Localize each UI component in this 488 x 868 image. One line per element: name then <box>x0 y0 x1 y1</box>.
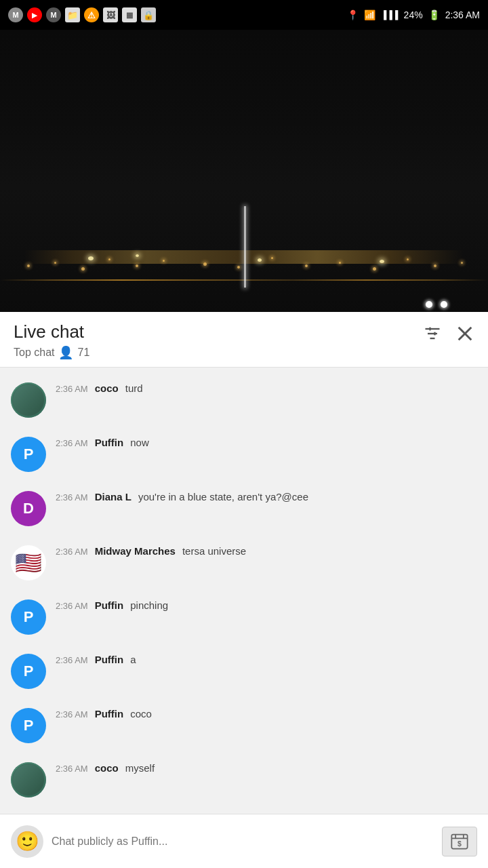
status-icon-m1: M <box>8 7 23 22</box>
avatar: 🇺🇸 <box>11 545 46 580</box>
battery-icon: 🔋 <box>428 9 440 20</box>
status-icon-warn: ⚠ <box>84 7 99 22</box>
status-icon-lock: 🔒 <box>141 7 156 22</box>
status-bar-left: M ▶ M 📁 ⚠ 🖼 ▦ 🔒 <box>8 7 156 22</box>
message-meta: 2:36 AM Puffin pinching <box>56 599 168 611</box>
message-meta: 2:36 AM Midway Marches tersa universe <box>56 545 246 557</box>
status-icon-img: 🖼 <box>103 7 118 22</box>
message-text: pinching <box>130 599 168 611</box>
message-name: Midway Marches <box>95 545 176 557</box>
message-body: 2:36 AM Midway Marches tersa universe <box>56 545 246 557</box>
status-icon-yt: ▶ <box>27 7 42 22</box>
list-item: P 2:36 AM Puffin pinching <box>0 590 488 644</box>
video-background <box>0 30 488 342</box>
avatar: P <box>11 708 46 743</box>
filter-button[interactable] <box>423 324 442 343</box>
message-body: 2:36 AM Puffin pinching <box>56 599 168 611</box>
chat-header-right <box>423 321 474 343</box>
message-text: a <box>130 654 136 665</box>
clock: 2:36 AM <box>445 9 480 20</box>
viewer-icon: 👤 <box>58 345 73 360</box>
chat-input[interactable] <box>52 827 434 856</box>
status-icon-cal: ▦ <box>122 7 137 22</box>
message-meta: 2:36 AM Puffin a <box>56 654 136 665</box>
list-item: P 2:36 AM Puffin a <box>0 644 488 698</box>
message-time: 2:36 AM <box>56 384 88 394</box>
list-item: 🇺🇸 2:36 AM Midway Marches tersa universe <box>0 536 488 590</box>
message-body: 2:36 AM Puffin now <box>56 437 149 448</box>
message-name: Puffin <box>95 654 124 665</box>
message-meta: 2:36 AM Puffin now <box>56 437 149 448</box>
chat-panel: Live chat Top chat 👤 71 <box>0 312 488 868</box>
message-body: 2:36 AM Puffin a <box>56 654 136 665</box>
filter-icon <box>423 324 442 343</box>
chat-messages[interactable]: 2:36 AM coco turd P 2:36 AM Puffin now D <box>0 368 488 814</box>
flag-pole <box>244 206 246 288</box>
chat-header: Live chat Top chat 👤 71 <box>0 312 488 368</box>
message-name: Puffin <box>95 437 124 448</box>
send-button[interactable]: $ <box>442 827 477 856</box>
status-bar: M ▶ M 📁 ⚠ 🖼 ▦ 🔒 📍 📶 ▐▐▐ 24% 🔋 2:36 AM <box>0 0 488 30</box>
chat-title: Live chat <box>14 321 89 342</box>
two-dots <box>426 301 447 308</box>
message-name: coco <box>95 762 119 774</box>
flag-emoji: 🇺🇸 <box>15 550 42 576</box>
message-time: 2:36 AM <box>56 438 88 448</box>
avatar: D <box>11 491 46 526</box>
message-meta: 2:36 AM coco turd <box>56 382 143 394</box>
message-body: 2:36 AM Puffin coco <box>56 708 152 719</box>
avatar: P <box>11 654 46 689</box>
wifi-icon: 📶 <box>364 9 375 20</box>
message-text: coco <box>130 708 152 719</box>
send-icon: $ <box>450 832 469 851</box>
svg-text:$: $ <box>458 840 462 848</box>
message-name: Puffin <box>95 599 124 611</box>
status-icon-m2: M <box>46 7 61 22</box>
status-icon-folder: 📁 <box>65 7 80 22</box>
video-player[interactable] <box>0 30 488 342</box>
message-time: 2:36 AM <box>56 764 88 774</box>
avatar <box>11 382 46 418</box>
message-text: turd <box>125 382 143 394</box>
message-text: now <box>130 437 149 448</box>
avatar: P <box>11 599 46 635</box>
message-time: 2:36 AM <box>56 655 88 665</box>
message-body: 2:36 AM coco myself <box>56 762 155 774</box>
list-item: 2:36 AM coco turd <box>0 373 488 427</box>
viewer-count: 71 <box>77 347 89 359</box>
top-chat-label: Top chat <box>14 347 54 359</box>
message-meta: 2:36 AM coco myself <box>56 762 155 774</box>
message-name: coco <box>95 382 119 394</box>
message-time: 2:36 AM <box>56 601 88 611</box>
message-name: Puffin <box>95 708 124 719</box>
list-item: D 2:36 AM Diana L you're in a blue state… <box>0 481 488 536</box>
close-icon <box>455 324 474 343</box>
message-text: you're in a blue state, aren't ya?@cee <box>138 491 308 502</box>
status-bar-right: 📍 📶 ▐▐▐ 24% 🔋 2:36 AM <box>347 9 480 20</box>
message-time: 2:36 AM <box>56 709 88 719</box>
message-time: 2:36 AM <box>56 492 88 502</box>
close-button[interactable] <box>455 324 474 343</box>
message-body: 2:36 AM Diana L you're in a blue state, … <box>56 491 308 502</box>
list-item: P 2:36 AM Puffin now <box>0 427 488 481</box>
message-name: Diana L <box>95 491 131 502</box>
emoji-icon: 🙂 <box>16 830 39 852</box>
signal-icon: ▐▐▐ <box>381 10 399 20</box>
list-item: 2:36 AM coco myself <box>0 753 488 807</box>
emoji-button[interactable]: 🙂 <box>11 825 43 858</box>
message-time: 2:36 AM <box>56 547 88 557</box>
location-icon: 📍 <box>347 9 359 20</box>
chat-subtitle: Top chat 👤 71 <box>14 345 89 360</box>
message-text: myself <box>125 762 155 774</box>
avatar: P <box>11 437 46 472</box>
message-text: tersa universe <box>182 545 246 557</box>
chat-input-bar: 🙂 $ <box>0 814 488 868</box>
message-body: 2:36 AM coco turd <box>56 382 143 394</box>
message-meta: 2:36 AM Diana L you're in a blue state, … <box>56 491 308 502</box>
list-item: P 2:36 AM Puffin coco <box>0 698 488 753</box>
battery-percent: 24% <box>404 9 423 20</box>
chat-header-left: Live chat Top chat 👤 71 <box>14 321 89 360</box>
avatar <box>11 762 46 797</box>
message-meta: 2:36 AM Puffin coco <box>56 708 152 719</box>
